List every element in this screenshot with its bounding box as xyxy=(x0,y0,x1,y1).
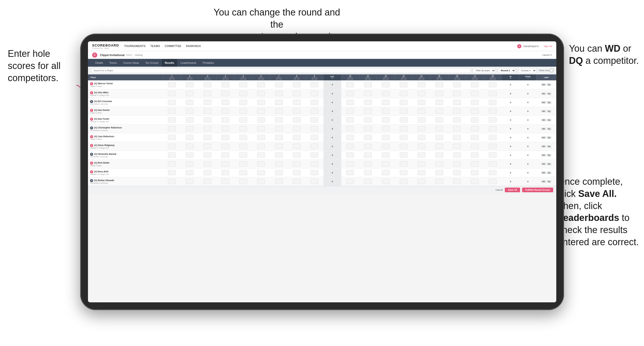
score-input-11-hole-16[interactable] xyxy=(453,179,461,184)
score-input-0-hole-17[interactable] xyxy=(471,82,479,87)
score-input-5-hole-8[interactable] xyxy=(293,126,301,131)
score-input-3-hole-13[interactable] xyxy=(400,109,408,114)
dq-button-9[interactable]: DQ xyxy=(547,163,552,165)
totals-only-toggle[interactable]: Totals Only xyxy=(539,69,553,72)
score-input-2-hole-1[interactable] xyxy=(168,100,176,105)
score-input-1-hole-16[interactable] xyxy=(453,91,461,96)
score-input-4-hole-3[interactable] xyxy=(204,117,211,122)
score-input-0-hole-14[interactable] xyxy=(418,82,425,87)
score-input-4-hole-6[interactable] xyxy=(257,117,265,122)
score-input-3-hole-11[interactable] xyxy=(364,109,372,114)
score-input-11-hole-12[interactable] xyxy=(382,179,390,184)
score-input-9-hole-4[interactable] xyxy=(221,161,229,166)
score-input-10-hole-14[interactable] xyxy=(418,170,425,175)
dq-button-11[interactable]: DQ xyxy=(547,180,552,183)
score-input-5-hole-17[interactable] xyxy=(471,126,479,131)
score-input-6-hole-18[interactable] xyxy=(489,135,497,140)
tab-results[interactable]: Results xyxy=(162,59,177,67)
score-input-0-hole-7[interactable] xyxy=(275,82,283,87)
score-input-6-hole-1[interactable] xyxy=(168,135,176,140)
score-input-8-hole-8[interactable] xyxy=(293,152,301,158)
score-input-8-hole-3[interactable] xyxy=(204,152,211,158)
nav-teams[interactable]: TEAMS xyxy=(150,45,160,48)
score-input-11-hole-11[interactable] xyxy=(364,179,372,184)
score-input-0-hole-9[interactable] xyxy=(310,82,318,87)
score-input-6-hole-16[interactable] xyxy=(453,135,461,140)
score-input-2-hole-14[interactable] xyxy=(418,100,425,105)
score-input-1-hole-14[interactable] xyxy=(418,91,425,96)
score-input-1-hole-6[interactable] xyxy=(257,91,265,96)
score-input-10-hole-12[interactable] xyxy=(382,170,390,175)
score-input-4-hole-14[interactable] xyxy=(418,117,425,122)
score-input-7-hole-14[interactable] xyxy=(418,144,425,149)
score-input-10-hole-7[interactable] xyxy=(275,170,283,175)
score-input-9-hole-5[interactable] xyxy=(239,161,247,166)
score-input-10-hole-18[interactable] xyxy=(489,170,497,175)
sign-out-link[interactable]: Sign out xyxy=(544,45,552,48)
score-input-5-hole-9[interactable] xyxy=(310,126,318,131)
wd-button-9[interactable]: WD xyxy=(541,163,546,165)
score-input-2-hole-11[interactable] xyxy=(364,100,372,105)
score-input-6-hole-4[interactable] xyxy=(221,135,229,140)
dq-button-2[interactable]: DQ xyxy=(547,101,552,104)
save-all-button[interactable]: Save All xyxy=(505,188,520,192)
score-input-1-hole-15[interactable] xyxy=(435,91,443,96)
totals-only-checkbox[interactable] xyxy=(550,69,553,72)
score-input-1-hole-1[interactable] xyxy=(168,91,176,96)
score-input-6-hole-15[interactable] xyxy=(435,135,443,140)
score-input-5-hole-16[interactable] xyxy=(453,126,461,131)
score-input-11-hole-2[interactable] xyxy=(186,179,194,184)
score-input-11-hole-18[interactable] xyxy=(489,179,497,184)
score-input-9-hole-17[interactable] xyxy=(471,161,479,166)
score-input-11-hole-4[interactable] xyxy=(221,179,229,184)
score-input-4-hole-17[interactable] xyxy=(471,117,479,122)
score-input-1-hole-8[interactable] xyxy=(293,91,301,96)
score-input-8-hole-5[interactable] xyxy=(239,152,247,158)
score-input-8-hole-18[interactable] xyxy=(489,152,497,158)
score-input-9-hole-8[interactable] xyxy=(293,161,301,166)
score-input-11-hole-15[interactable] xyxy=(435,179,443,184)
score-input-0-hole-8[interactable] xyxy=(293,82,301,87)
score-input-3-hole-3[interactable] xyxy=(204,109,211,114)
score-input-2-hole-8[interactable] xyxy=(293,100,301,105)
score-input-11-hole-6[interactable] xyxy=(257,179,265,184)
score-input-3-hole-5[interactable] xyxy=(239,109,247,114)
score-input-1-hole-18[interactable] xyxy=(489,91,497,96)
score-input-5-hole-7[interactable] xyxy=(275,126,283,131)
score-input-8-hole-12[interactable] xyxy=(382,152,390,158)
dq-button-6[interactable]: DQ xyxy=(547,136,552,139)
score-input-9-hole-18[interactable] xyxy=(489,161,497,166)
wd-button-5[interactable]: WD xyxy=(541,127,546,130)
wd-button-10[interactable]: WD xyxy=(541,171,546,174)
score-input-6-hole-2[interactable] xyxy=(186,135,194,140)
score-input-1-hole-2[interactable] xyxy=(186,91,194,96)
score-input-7-hole-12[interactable] xyxy=(382,144,390,149)
score-input-1-hole-13[interactable] xyxy=(400,91,408,96)
nav-committee[interactable]: COMMITTEE xyxy=(165,45,182,48)
score-input-10-hole-4[interactable] xyxy=(221,170,229,175)
score-input-5-hole-10[interactable] xyxy=(346,126,354,131)
score-input-7-hole-7[interactable] xyxy=(275,144,283,149)
score-input-7-hole-6[interactable] xyxy=(257,144,265,149)
score-input-1-hole-17[interactable] xyxy=(471,91,479,96)
score-input-4-hole-2[interactable] xyxy=(186,117,194,122)
score-input-10-hole-9[interactable] xyxy=(310,170,318,175)
score-input-6-hole-13[interactable] xyxy=(400,135,408,140)
score-input-5-hole-12[interactable] xyxy=(382,126,390,131)
score-input-4-hole-10[interactable] xyxy=(346,117,354,122)
score-input-7-hole-8[interactable] xyxy=(293,144,301,149)
score-input-7-hole-11[interactable] xyxy=(364,144,372,149)
score-input-11-hole-17[interactable] xyxy=(471,179,479,184)
score-input-11-hole-8[interactable] xyxy=(293,179,301,184)
wd-button-2[interactable]: WD xyxy=(541,101,546,104)
score-input-5-hole-11[interactable] xyxy=(364,126,372,131)
wd-button-4[interactable]: WD xyxy=(541,119,546,121)
score-input-3-hole-4[interactable] xyxy=(221,109,229,114)
score-input-5-hole-15[interactable] xyxy=(435,126,443,131)
score-input-0-hole-15[interactable] xyxy=(435,82,443,87)
dq-button-1[interactable]: DQ xyxy=(547,92,552,95)
score-input-5-hole-18[interactable] xyxy=(489,126,497,131)
score-input-2-hole-9[interactable] xyxy=(310,100,318,105)
tab-teams[interactable]: Teams xyxy=(106,59,120,67)
score-input-7-hole-5[interactable] xyxy=(239,144,247,149)
